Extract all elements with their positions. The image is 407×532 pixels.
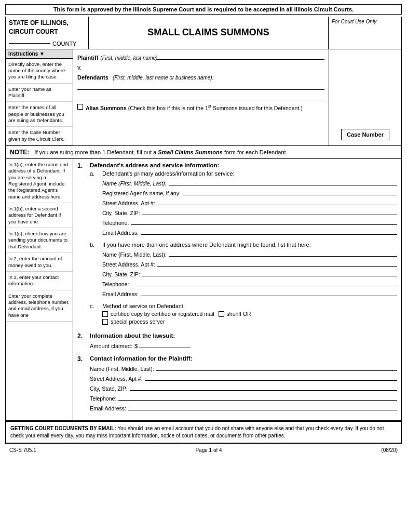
header-section: STATE OF ILLINOIS, CIRCUIT COURT COUNTY … (5, 17, 402, 49)
field-tel-a: Telephone: (102, 218, 397, 226)
section-2-body: Information about the lawsuit: Amount cl… (90, 332, 397, 351)
sub-title-a: Defendant's primary address/information … (102, 170, 397, 177)
section-1: 1. Defendant's address and service infor… (77, 162, 397, 328)
email-b-input[interactable] (141, 289, 397, 296)
section-1-num: 1. (77, 162, 87, 169)
form-title: SMALL CLAIMS SUMMONS (147, 27, 269, 38)
sec-instr-1b: In 1(b), enter a second address for Defe… (6, 203, 73, 228)
plaintiff-hint: (First, middle, last name) (100, 55, 157, 61)
header-center: SMALL CLAIMS SUMMONS (89, 17, 329, 49)
section-1-title: Defendant's address and service informat… (90, 162, 397, 168)
sheriff-checkbox[interactable] (219, 311, 224, 317)
defendant-lines (77, 83, 324, 100)
form-date: (08/20) (381, 447, 398, 453)
instr-defendants: Enter the names of all people or busines… (6, 102, 73, 127)
sec-instr-1a: In 1(a), enter the name and address of a… (6, 159, 73, 203)
sub-body-c: Method of service on Defendant certified… (102, 303, 397, 326)
field-tel-b: Telephone: (102, 279, 397, 287)
city-a-input[interactable] (142, 208, 397, 215)
page: This form is approved by the Illinois Su… (0, 0, 407, 459)
field-name-3: Name (First, Middle, Last): (90, 364, 397, 372)
plaintiff-input[interactable] (157, 52, 324, 60)
sec-instr-3b: Enter your complete address, telephone n… (6, 290, 73, 322)
amount-prefix: $ (134, 343, 138, 349)
sections-wrapper: In 1(a), enter the name and address of a… (5, 159, 402, 421)
defendants-section: Defendants (First, middle, last name or … (77, 74, 324, 100)
amount-label: Amount claimed: (90, 343, 132, 349)
bottom-notice-bold: GETTING COURT DOCUMENTS BY EMAIL: (10, 425, 116, 431)
field-street-3: Street Address, Apt #: (90, 374, 397, 382)
amount-input[interactable] (139, 341, 191, 348)
tel-3-input[interactable] (118, 393, 397, 401)
field-email-b: Email Address: (102, 289, 397, 297)
note-label: NOTE: (10, 149, 29, 156)
note-text: If you are suing more than 1 Defendant, … (34, 149, 287, 155)
sec-instr-2: In 2, enter the amount of money owed to … (6, 253, 73, 272)
defendant-line-2[interactable] (77, 93, 324, 100)
instructions-col: Instructions ▼ Directly above, enter the… (6, 49, 73, 145)
tel-b-input[interactable] (131, 279, 397, 286)
email-a-input[interactable] (141, 228, 397, 235)
alias-row: Alias Summons (Check this box if this is… (77, 103, 324, 112)
city-3-input[interactable] (130, 383, 397, 391)
street-a-input[interactable] (157, 198, 397, 205)
plaintiff-label: Plaintiff (77, 55, 98, 61)
header-left: STATE OF ILLINOIS, CIRCUIT COURT COUNTY (6, 17, 89, 49)
sections-instructions: In 1(a), enter the name and address of a… (6, 159, 73, 420)
section-1-body: Defendant's address and service informat… (90, 162, 397, 328)
agent-a-input[interactable] (183, 188, 397, 195)
section-2-num: 2. (77, 332, 87, 340)
name-a-input[interactable] (169, 178, 397, 185)
instr-plaintiff: Enter your name as Plaintiff. (6, 84, 73, 102)
defendants-hint: (First, middle, last name or business na… (113, 75, 214, 81)
sub-item-b: b. If you have more than one address whe… (90, 242, 397, 299)
note-bar: NOTE: If you are suing more than 1 Defen… (5, 146, 402, 159)
certified-checkbox[interactable] (102, 311, 108, 317)
field-name-a: Name (First, Middle, Last): (102, 178, 397, 187)
sub-label-c: c. (90, 303, 100, 309)
field-street-b: Street Address, Apt #: (102, 259, 397, 268)
bottom-notice: GETTING COURT DOCUMENTS BY EMAIL: You sh… (5, 421, 402, 444)
header-right: For Court Use Only (329, 17, 401, 49)
field-city-a: City, State, ZIP: (102, 208, 397, 216)
checkbox-special: special process server (102, 318, 397, 325)
sections-content: 1. Defendant's address and service infor… (73, 159, 401, 420)
county-line: COUNTY (9, 41, 85, 47)
sub-label-b: b. (90, 242, 100, 248)
street-b-input[interactable] (157, 259, 397, 267)
form-id: CS-S 705.1 (9, 447, 36, 453)
street-3-input[interactable] (145, 374, 397, 381)
form-main: Instructions ▼ Directly above, enter the… (5, 49, 402, 146)
alias-checkbox[interactable] (77, 104, 83, 110)
instructions-toggle[interactable]: Instructions ▼ (6, 49, 73, 59)
field-email-a: Email Address: (102, 228, 397, 236)
defendant-line-1[interactable] (77, 83, 324, 90)
city-b-input[interactable] (142, 269, 397, 276)
field-city-b: City, State, ZIP: (102, 269, 397, 277)
page-num: Page 1 of 4 (195, 447, 222, 453)
sub-body-b: If you have more than one address where … (102, 242, 397, 299)
sub-item-a: a. Defendant's primary address/informati… (90, 170, 397, 237)
section-3-title: Contact information for the Plaintiff: (90, 355, 397, 362)
top-notice: This form is approved by the Illinois Su… (5, 4, 402, 15)
tel-a-input[interactable] (131, 218, 397, 225)
field-city-3: City, State, ZIP: (90, 383, 397, 392)
county-blank[interactable] (9, 43, 50, 44)
instr-county: Directly above, enter the name of the co… (6, 59, 73, 84)
form-content: Plaintiff (First, middle, last name) v. … (73, 49, 329, 145)
email-3-input[interactable] (128, 403, 397, 410)
section-3: 3. Contact information for the Plaintiff… (77, 355, 397, 413)
sec-instr-3: In 3, enter your contact information. (6, 272, 73, 290)
sub-title-b: If you have more than one address where … (102, 242, 397, 248)
section-3-num: 3. (77, 355, 87, 363)
name-b-input[interactable] (169, 249, 397, 257)
sub-item-c: c. Method of service on Defendant certif… (90, 303, 397, 326)
sec-instr-1c: In 1(c), check how you are sending your … (6, 228, 73, 253)
field-name-b: Name (First, Middle, Last): (102, 249, 397, 258)
right-col: Case Number (329, 49, 401, 145)
v-label: v. (77, 64, 324, 71)
name-3-input[interactable] (156, 364, 397, 371)
special-checkbox[interactable] (102, 319, 108, 325)
field-email-3: Email Address: (90, 403, 397, 411)
sub-label-a: a. (90, 170, 100, 177)
